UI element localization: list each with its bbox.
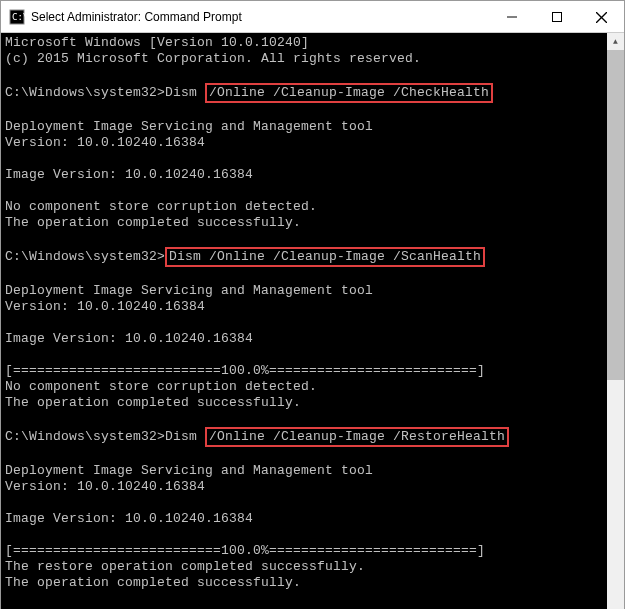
svg-text:C:\: C:\ (12, 12, 25, 22)
output-line: No component store corruption detected. (5, 199, 603, 215)
maximize-button[interactable] (534, 1, 579, 33)
titlebar[interactable]: C:\ Select Administrator: Command Prompt (1, 1, 624, 33)
minimize-button[interactable] (489, 1, 534, 33)
output-line: The operation completed successfully. (5, 575, 603, 591)
close-button[interactable] (579, 1, 624, 33)
command-prompt-window: C:\ Select Administrator: Command Prompt… (0, 0, 625, 609)
output-line: Microsoft Windows [Version 10.0.10240] (5, 35, 603, 51)
output-line: Version: 10.0.10240.16384 (5, 479, 603, 495)
output-line: Deployment Image Servicing and Managemen… (5, 463, 603, 479)
vertical-scrollbar[interactable]: ▲ ▼ (607, 33, 624, 609)
output-line: (c) 2015 Microsoft Corporation. All righ… (5, 51, 603, 67)
output-line: The restore operation completed successf… (5, 559, 603, 575)
highlighted-command: /Online /Cleanup-Image /RestoreHealth (205, 427, 509, 447)
terminal-output[interactable]: Microsoft Windows [Version 10.0.10240](c… (1, 33, 607, 609)
output-line: Version: 10.0.10240.16384 (5, 135, 603, 151)
output-line: [==========================100.0%=======… (5, 543, 603, 559)
output-line: No component store corruption detected. (5, 379, 603, 395)
scroll-up-button[interactable]: ▲ (607, 33, 624, 50)
prompt-text: C:\Windows\system32> (5, 249, 165, 264)
svg-rect-3 (552, 13, 561, 22)
window-controls (489, 1, 624, 32)
window-title: Select Administrator: Command Prompt (31, 10, 489, 24)
output-line: Image Version: 10.0.10240.16384 (5, 167, 603, 183)
prompt-text: C:\Windows\system32>Dism (5, 429, 205, 444)
highlighted-command: Dism /Online /Cleanup-Image /ScanHealth (165, 247, 485, 267)
output-line: Deployment Image Servicing and Managemen… (5, 119, 603, 135)
output-line: Deployment Image Servicing and Managemen… (5, 283, 603, 299)
terminal-area: Microsoft Windows [Version 10.0.10240](c… (1, 33, 624, 609)
output-line: The operation completed successfully. (5, 395, 603, 411)
cmd-icon: C:\ (9, 9, 25, 25)
prompt-text: C:\Windows\system32>Dism (5, 85, 205, 100)
output-line: Version: 10.0.10240.16384 (5, 299, 603, 315)
output-line: Image Version: 10.0.10240.16384 (5, 331, 603, 347)
scroll-thumb[interactable] (607, 50, 624, 380)
output-line: Image Version: 10.0.10240.16384 (5, 511, 603, 527)
output-line: The operation completed successfully. (5, 215, 603, 231)
output-line: [==========================100.0%=======… (5, 363, 603, 379)
highlighted-command: /Online /Cleanup-Image /CheckHealth (205, 83, 493, 103)
